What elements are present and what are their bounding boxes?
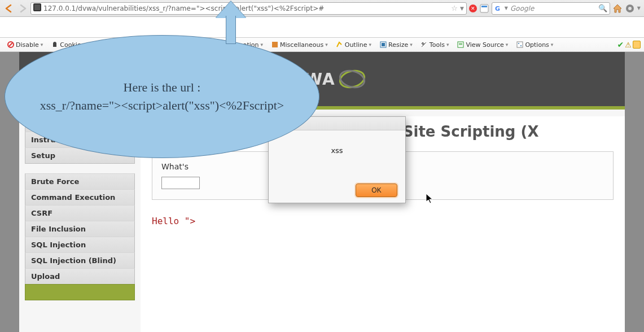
svg-point-7 xyxy=(628,7,632,10)
site-identity-icon[interactable] xyxy=(479,4,489,13)
stop-button[interactable]: ✕ xyxy=(469,5,477,12)
svg-point-26 xyxy=(339,68,366,90)
browser-nav-bar: 127.0.0.1/dvwa/vulnerabilities/xss_r/?na… xyxy=(0,0,644,17)
devbar-resize[interactable]: Resize▾ xyxy=(376,40,416,50)
blank-strip xyxy=(0,17,644,37)
svg-rect-3 xyxy=(481,6,487,7)
resize-icon xyxy=(379,41,387,49)
options-icon xyxy=(516,41,523,49)
sidebar-item-upload[interactable]: Upload xyxy=(25,268,135,285)
status-note-icon[interactable] xyxy=(633,41,641,49)
outline-icon xyxy=(336,41,343,49)
search-bar[interactable]: G ▼ Google 🔍 xyxy=(492,2,610,15)
output-text: Hello "> xyxy=(152,216,614,226)
sidebar-item-bruteforce[interactable]: Brute Force xyxy=(25,173,135,190)
devbar-outline[interactable]: Outline▾ xyxy=(332,40,375,50)
dropdown-icon[interactable]: ▼ xyxy=(460,6,464,11)
svg-rect-22 xyxy=(517,42,523,47)
alert-ok-button[interactable]: OK xyxy=(356,184,397,197)
devbar-options[interactable]: Options▾ xyxy=(512,40,557,50)
sidebar-item-active[interactable] xyxy=(25,284,135,300)
site-icon xyxy=(33,3,41,13)
toolbar-dropdown-icon[interactable]: ▼ xyxy=(637,6,641,11)
svg-text:G: G xyxy=(495,5,500,12)
sidebar-item-csrf[interactable]: CSRF xyxy=(25,205,135,221)
url-bar[interactable]: 127.0.0.1/dvwa/vulnerabilities/xss_r/?na… xyxy=(30,2,467,15)
search-engine-dropdown-icon[interactable]: ▼ xyxy=(505,6,508,11)
home-button[interactable] xyxy=(612,3,623,14)
svg-point-24 xyxy=(520,45,522,46)
svg-rect-18 xyxy=(382,43,385,46)
sidebar-item-sqlinj[interactable]: SQL Injection xyxy=(25,237,135,253)
google-icon: G xyxy=(494,5,502,12)
tools-icon xyxy=(420,41,428,49)
devbar-viewsource[interactable]: View Source▾ xyxy=(453,40,511,50)
extension-icon[interactable] xyxy=(625,3,635,14)
search-placeholder: Google xyxy=(510,5,596,12)
annotation-callout: Here is the url : xss_r/?name="><script>… xyxy=(5,35,319,158)
mouse-cursor-icon xyxy=(426,193,435,207)
annotation-arrow xyxy=(216,1,246,44)
sidebar-item-cmdexec[interactable]: Command Execution xyxy=(25,189,135,206)
name-input[interactable] xyxy=(161,177,200,189)
annotation-bubble: Here is the url : xss_r/?name="><script>… xyxy=(5,35,319,158)
svg-point-23 xyxy=(518,43,519,44)
callout-line2: xss_r/?name="><script>alert("xss")<%2Fsc… xyxy=(40,97,284,115)
viewsource-icon xyxy=(457,41,464,49)
logo-ring-icon xyxy=(339,65,366,93)
sidebar-group-2: Brute Force Command Execution CSRF File … xyxy=(25,173,135,300)
back-button[interactable] xyxy=(3,3,15,14)
devbar-tools[interactable]: Tools▾ xyxy=(417,40,453,50)
url-text: 127.0.0.1/dvwa/vulnerabilities/xss_r/?na… xyxy=(43,5,449,12)
status-ok-icon[interactable]: ✔ xyxy=(617,40,624,49)
sidebar-item-fileinc[interactable]: File Inclusion xyxy=(25,221,135,237)
search-icon[interactable]: 🔍 xyxy=(598,4,607,12)
status-warning-icon[interactable]: ⚠ xyxy=(625,41,632,49)
bookmark-star-icon[interactable]: ☆ xyxy=(451,4,458,12)
forward-button[interactable] xyxy=(17,3,28,14)
sidebar-item-sqlinjblind[interactable]: SQL Injection (Blind) xyxy=(25,252,135,269)
callout-line1: Here is the url : xyxy=(124,78,201,97)
svg-rect-1 xyxy=(34,5,40,10)
